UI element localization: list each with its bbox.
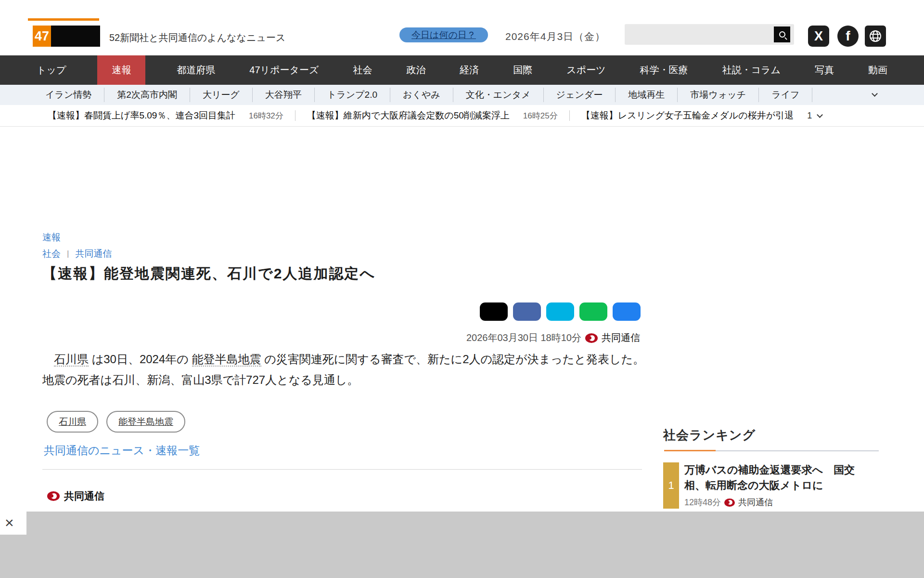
ticker-expand-chevron-icon[interactable] [817, 112, 823, 118]
ticker-headline-3[interactable]: 【速報】レスリング女子五輪金メダルの桜井が引退 [581, 109, 794, 122]
topic-nav: イラン情勢第2次高市内閣大リーグ大谷翔平トランプ2.0おくやみ文化・エンタメジェ… [0, 85, 924, 105]
nav-item-8[interactable]: 国際 [510, 55, 535, 85]
nav-item-5[interactable]: 社会 [350, 55, 375, 85]
breadcrumb-sokuho-link[interactable]: 速報 [42, 231, 61, 244]
article-divider [42, 469, 642, 470]
topic-nav-item-2[interactable]: 第2次高市内閣 [104, 88, 190, 102]
nav-item-3[interactable]: 都道府県 [174, 55, 218, 85]
share-button-row [480, 302, 641, 321]
kyodo-logo-icon [585, 333, 598, 343]
nav-item-13[interactable]: 動画 [865, 55, 890, 85]
logo-wordmark [51, 26, 100, 47]
ticker-time-1: 16時32分 [249, 110, 283, 121]
ticker-count: 1 [807, 111, 812, 121]
share-x-button[interactable] [480, 302, 508, 321]
topic-nav-item-11[interactable]: ライフ [759, 88, 812, 102]
ranking-title-underline [664, 450, 879, 451]
entity-link[interactable]: 能登半島地震 [192, 353, 261, 367]
search-box [625, 24, 794, 45]
main-nav: トップ速報都道府県47リポーターズ社会政治経済国際スポーツ科学・医療社説・コラム… [0, 55, 924, 85]
page: 47 52新聞社と共同通信のよんななニュース 今日は何の日？ 2026年4月3日… [0, 0, 924, 578]
topic-nav-item-10[interactable]: 市場ウォッチ [678, 88, 759, 102]
ad-close-box: × [0, 512, 26, 535]
share-hatena-button[interactable] [546, 302, 574, 321]
article-dateline: 2026年03月30日 18時10分 共同通信 [466, 331, 640, 344]
topic-nav-item-6[interactable]: おくやみ [390, 88, 453, 102]
ticker-headline-2[interactable]: 【速報】維新内で大阪府議会定数の50削減案浮上 [307, 109, 510, 122]
x-social-icon[interactable]: X [808, 26, 829, 47]
nav-item-7[interactable]: 経済 [457, 55, 482, 85]
ranking-item[interactable]: 1万博バスの補助金返還要求へ 国交相、転用断念の大阪メトロに12時48分共同通信 [663, 462, 860, 509]
ticker-time-2: 16時25分 [523, 110, 558, 121]
kyodo-logo-icon [724, 499, 735, 507]
share-messenger-button[interactable] [613, 302, 641, 321]
breadcrumb-category-link[interactable]: 社会 [42, 248, 61, 260]
article-headline: 【速報】能登地震関連死、石川で2人追加認定へ [42, 264, 375, 284]
site-tagline: 52新聞社と共同通信のよんななニュース [109, 31, 285, 44]
nav-item-12[interactable]: 写真 [812, 55, 837, 85]
kyodo-logo-icon [47, 491, 60, 501]
nav-item-10[interactable]: 科学・医療 [637, 55, 691, 85]
search-input[interactable] [625, 24, 794, 45]
breaking-news-ticker: 【速報】春闘賃上げ率5.09％、連合3回目集計16時32分【速報】維新内で大阪府… [0, 105, 924, 127]
ranking-title: 社会ランキング [663, 427, 756, 444]
article-footer-source: 共同通信 [47, 489, 104, 503]
share-facebook-button[interactable] [513, 302, 541, 321]
site-logo[interactable]: 47 [33, 26, 100, 47]
rank-number-badge: 1 [663, 462, 679, 509]
logo-47-badge: 47 [33, 26, 51, 47]
topic-nav-item-7[interactable]: 文化・エンタメ [453, 88, 544, 102]
logo-accent-bar [28, 18, 99, 21]
share-line-button[interactable] [579, 302, 607, 321]
current-date: 2026年4月3日（金） [505, 30, 605, 43]
article-datetime: 2026年03月30日 18時10分 [466, 331, 581, 344]
bottom-ad-banner: × [0, 512, 924, 578]
article-source: 共同通信 [602, 331, 640, 344]
ticker-separator [569, 110, 570, 121]
entity-link[interactable]: 石川県 [54, 353, 89, 367]
article-body: 石川県 は30日、2024年の 能登半島地震 の災害関連死に関する審査で、新たに… [42, 349, 647, 390]
ranking-item-time: 12時48分 [684, 497, 721, 508]
breadcrumb-source-link[interactable]: 共同通信 [75, 248, 112, 260]
breadcrumb: 社会 | 共同通信 [42, 248, 112, 260]
search-button[interactable] [774, 26, 790, 42]
ticker-separator [295, 110, 295, 121]
globe-language-icon[interactable] [865, 26, 886, 47]
globe-icon [868, 29, 883, 43]
topic-nav-item-4[interactable]: 大谷翔平 [253, 88, 315, 102]
today-topic-button[interactable]: 今日は何の日？ [399, 27, 488, 42]
kyodo-news-list-link[interactable]: 共同通信のニュース・速報一覧 [44, 443, 200, 458]
search-icon [779, 31, 785, 38]
nav-item-9[interactable]: スポーツ [564, 55, 608, 85]
facebook-social-icon[interactable]: f [837, 26, 859, 47]
article-tag-row: 石川県能登半島地震 [47, 411, 185, 433]
topic-nav-item-5[interactable]: トランプ2.0 [315, 88, 390, 102]
ad-close-button[interactable]: × [5, 513, 14, 532]
topic-nav-item-9[interactable]: 地域再生 [616, 88, 678, 102]
breadcrumb-divider: | [67, 249, 69, 259]
nav-item-11[interactable]: 社説・コラム [719, 55, 783, 85]
topic-nav-item-3[interactable]: 大リーグ [190, 88, 253, 102]
ticker-headline-1[interactable]: 【速報】春闘賃上げ率5.09％、連合3回目集計 [48, 109, 235, 122]
nav-item-4[interactable]: 47リポーターズ [246, 55, 321, 85]
topic-nav-item-8[interactable]: ジェンダー [544, 88, 616, 102]
topic-nav-item-1[interactable]: イラン情勢 [33, 88, 104, 102]
nav-item-1[interactable]: トップ [34, 55, 69, 85]
nav-item-6[interactable]: 政治 [403, 55, 428, 85]
tag-pill-1[interactable]: 石川県 [47, 411, 98, 433]
tag-pill-2[interactable]: 能登半島地震 [106, 411, 185, 433]
nav-item-2[interactable]: 速報 [97, 55, 145, 85]
ranking-item-source: 共同通信 [738, 497, 773, 508]
ranking-item-title: 万博バスの補助金返還要求へ 国交相、転用断念の大阪メトロに [684, 462, 860, 493]
